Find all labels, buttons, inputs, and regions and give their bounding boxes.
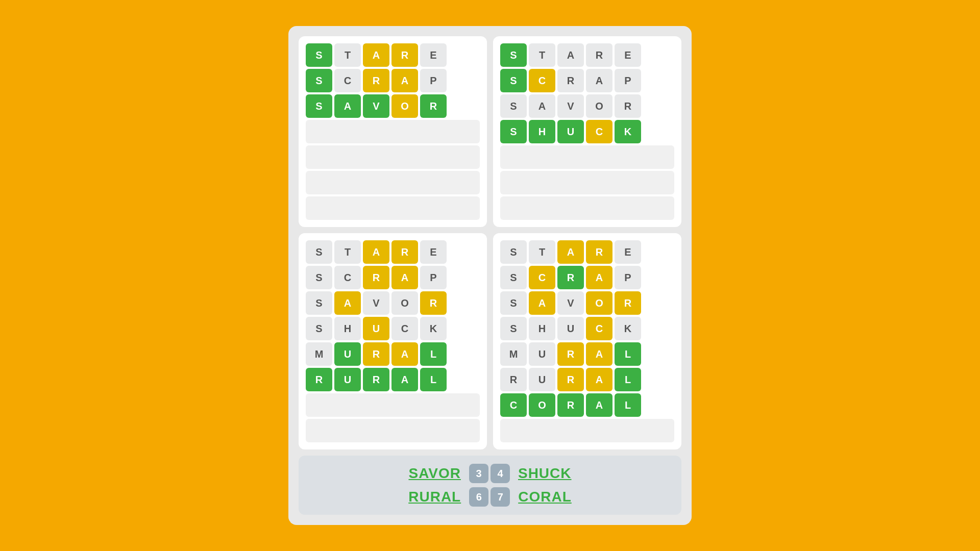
tile: A	[529, 94, 555, 118]
tile: S	[500, 291, 527, 315]
tile-row: STARE	[306, 43, 480, 67]
tile: O	[529, 393, 555, 417]
tile: H	[529, 120, 555, 143]
footer: SAVOR 3 4 SHUCK RURAL 6 7 CORAL	[299, 456, 681, 515]
tile: A	[557, 240, 584, 264]
tile: C	[334, 69, 361, 92]
badge-6: 6	[469, 487, 488, 507]
tile: C	[500, 393, 527, 417]
tile: O	[391, 94, 418, 118]
tile: R	[615, 291, 641, 315]
tile: S	[306, 240, 332, 264]
tile-row: SHUCK	[306, 317, 480, 340]
tile: S	[500, 266, 527, 289]
tile-row: SAVOR	[500, 94, 674, 118]
tile: P	[615, 266, 641, 289]
tile: S	[306, 317, 332, 340]
tile: S	[306, 43, 332, 67]
bottom-left-rows: STARESCRAPSAVORSHUCKMURALRURAL	[306, 240, 480, 391]
tile: R	[500, 368, 527, 391]
tile: A	[363, 43, 389, 67]
bottom-right-grid: STARESCRAPSAVORSHUCKMURALRURALCORAL	[493, 233, 681, 449]
bottom-left-grid: STARESCRAPSAVORSHUCKMURALRURAL	[299, 233, 487, 449]
bottom-right-rows: STARESCRAPSAVORSHUCKMURALRURALCORAL	[500, 240, 674, 417]
tile: R	[391, 43, 418, 67]
tile: S	[500, 43, 527, 67]
tile: O	[586, 94, 612, 118]
tile: A	[586, 266, 612, 289]
tile: C	[529, 69, 555, 92]
tile: A	[391, 266, 418, 289]
badges-bottom: 6 7	[469, 487, 510, 507]
tile: A	[529, 291, 555, 315]
tile: T	[334, 43, 361, 67]
badge-7: 7	[491, 487, 510, 507]
spacer-line	[500, 145, 674, 169]
tile: S	[500, 94, 527, 118]
tile: A	[391, 342, 418, 366]
tile: U	[363, 317, 389, 340]
tile: E	[615, 240, 641, 264]
tile-row: SCRAP	[500, 69, 674, 92]
tile: S	[306, 291, 332, 315]
tile: A	[334, 291, 361, 315]
tile-row: RURAL	[500, 368, 674, 391]
tile-row: MURAL	[306, 342, 480, 366]
tile: T	[334, 240, 361, 264]
word-coral: CORAL	[518, 489, 572, 505]
tile: P	[420, 266, 447, 289]
spacer-line	[500, 171, 674, 194]
top-grids-row: STARESCRAPSAVOR STARESCRAPSAVORSHUCK	[299, 36, 681, 227]
tile: R	[586, 240, 612, 264]
tile: C	[586, 317, 612, 340]
tile-row: STARE	[306, 240, 480, 264]
tile: S	[306, 266, 332, 289]
tile: R	[557, 393, 584, 417]
tile: C	[586, 120, 612, 143]
tile: R	[363, 368, 389, 391]
tile-row: SAVOR	[306, 94, 480, 118]
tile-row: SHUCK	[500, 317, 674, 340]
tile: E	[420, 43, 447, 67]
tile: A	[391, 368, 418, 391]
tile: R	[420, 94, 447, 118]
tile-row: STARE	[500, 240, 674, 264]
word-shuck: SHUCK	[518, 465, 572, 482]
badge-3: 3	[469, 464, 488, 483]
tile: L	[420, 342, 447, 366]
main-container: STARESCRAPSAVOR STARESCRAPSAVORSHUCK STA…	[288, 26, 692, 525]
word-savor: SAVOR	[408, 465, 461, 482]
tile-row: SHUCK	[500, 120, 674, 143]
badges-top: 3 4	[469, 464, 510, 483]
tile: O	[391, 291, 418, 315]
tile: R	[420, 291, 447, 315]
tile: R	[557, 368, 584, 391]
tile: V	[363, 94, 389, 118]
bottom-grids-row: STARESCRAPSAVORSHUCKMURALRURAL STARESCRA…	[299, 233, 681, 449]
tile: U	[529, 342, 555, 366]
footer-row-1: SAVOR 3 4 SHUCK	[408, 464, 571, 483]
tile-row: MURAL	[500, 342, 674, 366]
top-right-grid: STARESCRAPSAVORSHUCK	[493, 36, 681, 227]
spacer-line	[306, 171, 480, 194]
tile: C	[334, 266, 361, 289]
tile: V	[557, 94, 584, 118]
tile-row: SCRAP	[500, 266, 674, 289]
tile: O	[586, 291, 612, 315]
tile: S	[500, 317, 527, 340]
tile-row: CORAL	[500, 393, 674, 417]
tile: R	[557, 69, 584, 92]
tile: H	[529, 317, 555, 340]
tile: K	[420, 317, 447, 340]
tile: A	[586, 342, 612, 366]
tile: R	[363, 342, 389, 366]
tile-row: SCRAP	[306, 266, 480, 289]
tile: T	[529, 43, 555, 67]
tile: R	[615, 94, 641, 118]
tile: R	[306, 368, 332, 391]
tile: M	[500, 342, 527, 366]
tile: L	[615, 368, 641, 391]
footer-row-2: RURAL 6 7 CORAL	[408, 487, 572, 507]
tile: R	[557, 266, 584, 289]
spacer-line	[500, 196, 674, 220]
